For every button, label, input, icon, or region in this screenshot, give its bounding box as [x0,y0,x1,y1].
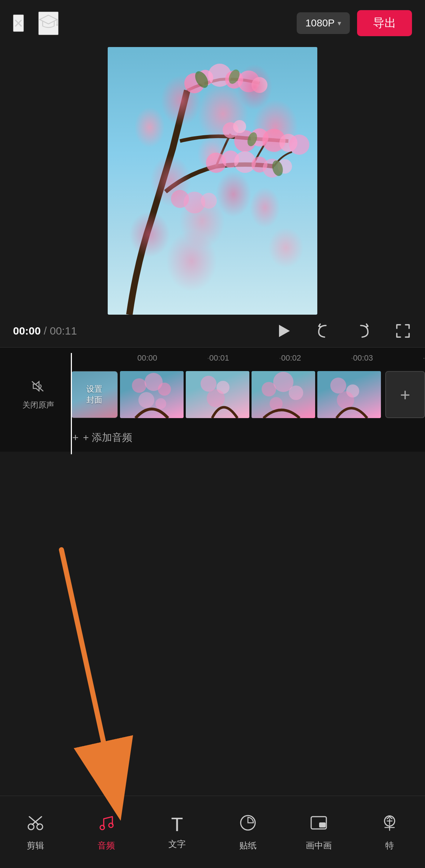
svg-point-35 [158,383,171,396]
video-frame [108,47,317,315]
toolbar-label-clip: 剪辑 [27,840,44,851]
controls-right [275,322,412,340]
strip-blossom-1 [120,371,184,418]
toolbar-item-clip[interactable]: 剪辑 [0,796,71,868]
undo-icon [314,322,332,340]
svg-rect-61 [319,822,326,827]
redo-button[interactable] [354,322,372,340]
time-current: 00:00 [13,325,41,337]
toolbar-label-sticker: 贴纸 [239,840,257,851]
bottom-toolbar: 剪辑 音频 T 文字 贴纸 [0,796,425,868]
toolbar-label-text: 文字 [168,838,186,850]
volume-icon[interactable] [31,379,46,397]
timeline-track-content: 关闭原声 设置封面 [0,366,425,424]
add-clip-button[interactable]: + [385,371,425,418]
ruler-mark-3: 00:03 [353,353,425,363]
volume-label: 关闭原声 [22,400,54,410]
toolbar-item-special[interactable]: 特 [354,796,425,868]
ruler-mark-0: 00:00 [137,353,209,363]
text-icon: T [171,814,183,834]
video-strip-segment-1[interactable] [120,371,184,418]
svg-point-45 [289,386,303,400]
time-separator: / [41,325,50,337]
svg-point-41 [207,389,225,407]
svg-point-39 [201,376,216,392]
strip-blossom-2 [186,371,249,418]
playhead [71,353,72,454]
play-icon [275,322,293,340]
scissors-icon [26,813,45,835]
undo-button[interactable] [314,322,332,340]
time-display: 00:00 / 00:11 [13,325,275,337]
add-audio-label: + 添加音频 [83,431,132,444]
timeline-area: 00:00 00:01 00:02 00:03 关闭原声 [0,347,425,452]
strip-blossom-3 [252,371,315,418]
resolution-label: 1080P [305,17,335,29]
cover-thumbnail[interactable]: 设置封面 [71,371,118,418]
svg-marker-29 [279,325,290,337]
video-preview-area [0,43,425,315]
add-audio-button[interactable]: + + 添加音频 [72,431,412,444]
time-total: 00:11 [50,325,77,337]
toolbar-item-audio[interactable]: 音频 [71,796,142,868]
sticker-icon [238,813,258,835]
resolution-arrow-icon: ▾ [338,19,341,27]
strip-blossom-4 [317,371,381,418]
svg-line-52 [61,550,112,781]
resolution-button[interactable]: 1080P ▾ [297,12,350,34]
ruler-mark-1: 00:01 [209,353,281,363]
playback-controls: 00:00 / 00:11 [0,315,425,347]
svg-point-37 [155,398,166,409]
learn-button[interactable] [38,12,59,35]
toolbar-label-special: 特 [385,840,394,851]
svg-point-57 [100,825,104,830]
header: × 1080P ▾ 导出 [0,0,425,43]
video-strip-segment-3[interactable] [252,371,315,418]
cover-thumb-label: 设置封面 [86,384,102,405]
special-icon [380,813,399,835]
svg-point-54 [37,824,43,830]
timeline-ruler: 00:00 00:01 00:02 00:03 [0,348,425,366]
svg-point-48 [330,378,346,393]
timeline-clips-row: 设置封面 [71,371,425,418]
blossom-overlay [108,47,317,315]
toolbar-item-sticker[interactable]: 贴纸 [212,796,283,868]
svg-point-58 [109,823,113,827]
timeline-left-controls: 关闭原声 [13,379,64,410]
close-button[interactable]: × [13,14,24,32]
add-audio-row: + + 添加音频 [0,424,425,452]
svg-point-33 [132,378,146,393]
music-note-icon [96,813,116,835]
svg-point-36 [138,392,154,408]
video-strip-segment-4[interactable] [317,371,381,418]
speaker-icon [31,379,46,393]
toolbar-label-audio: 音频 [98,840,115,851]
play-button[interactable] [275,322,293,340]
fullscreen-button[interactable] [394,322,412,340]
header-left: × [13,12,59,35]
spacer-area [0,452,425,560]
toolbar-item-text[interactable]: T 文字 [142,796,212,868]
header-right: 1080P ▾ 导出 [297,10,412,36]
graduation-cap-icon [39,12,58,31]
toolbar-item-pip[interactable]: 画中画 [283,796,354,868]
video-background [108,47,317,315]
svg-point-53 [28,824,34,830]
ruler-mark-2: 00:02 [281,353,353,363]
timeline-track-area[interactable]: 设置封面 [71,371,425,418]
video-strip-segment-2[interactable] [186,371,249,418]
fullscreen-icon [394,322,412,340]
toolbar-label-pip: 画中画 [306,840,332,851]
svg-point-2 [56,24,58,26]
svg-point-46 [270,397,283,410]
export-button[interactable]: 导出 [357,10,412,36]
svg-point-50 [337,391,354,409]
add-audio-icon: + [72,431,79,444]
pip-icon [309,813,329,835]
redo-icon [354,322,372,340]
